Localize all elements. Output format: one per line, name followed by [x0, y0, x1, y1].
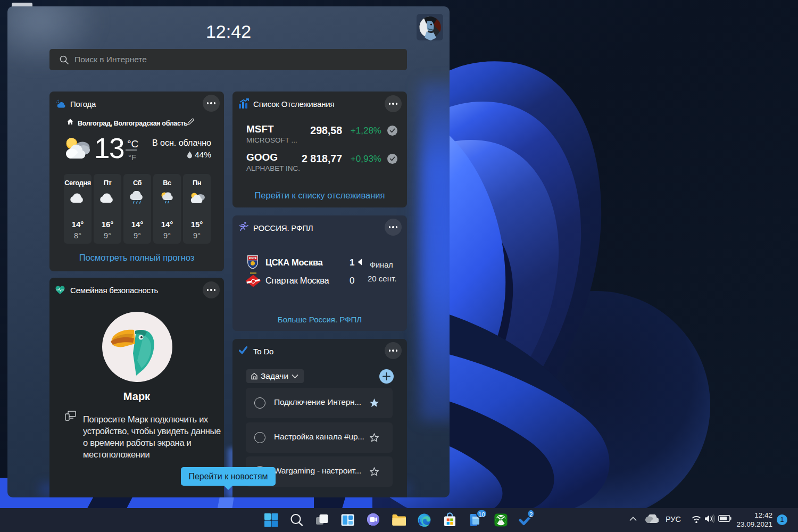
svg-text:ЦСКА: ЦСКА — [251, 257, 256, 260]
